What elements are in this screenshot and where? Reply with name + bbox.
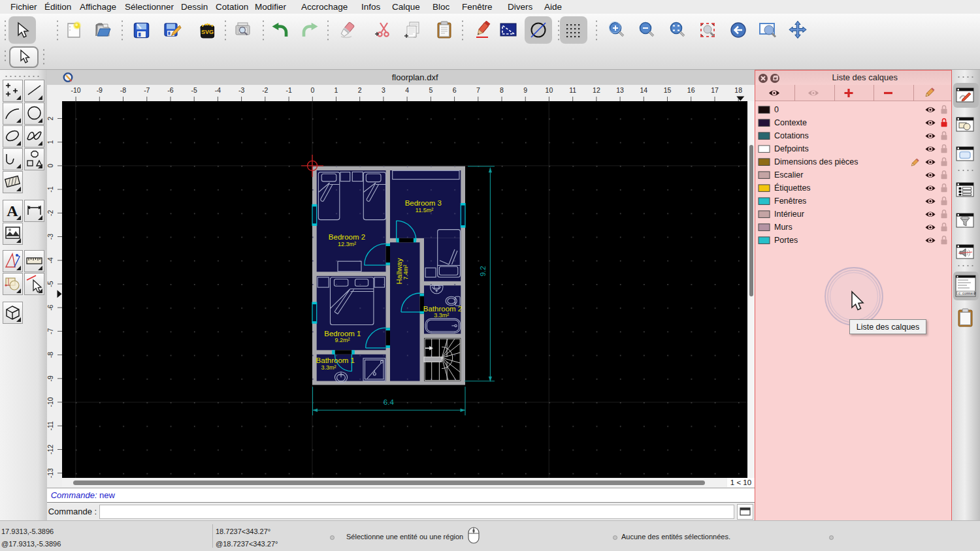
svg-text:Hallway: Hallway — [395, 258, 403, 285]
svg-text:-5: -5 — [47, 281, 54, 287]
svg-text:-3: -3 — [238, 86, 244, 94]
svg-text:Bedroom 2: Bedroom 2 — [329, 232, 365, 240]
svg-text:Escalier: Escalier — [774, 170, 803, 180]
svg-text:Defpoints: Defpoints — [774, 144, 809, 153]
svg-text:-4: -4 — [47, 257, 54, 263]
svg-text:-7: -7 — [144, 86, 150, 94]
svg-text:Fenêtres: Fenêtres — [774, 197, 806, 206]
svg-text:9: 9 — [523, 86, 527, 94]
svg-text:0: 0 — [774, 105, 779, 114]
svg-text:-1: -1 — [286, 86, 291, 94]
svg-text:1: 1 — [334, 86, 338, 94]
svg-text:Étiquettes: Étiquettes — [774, 183, 811, 193]
svg-text:15: 15 — [663, 86, 671, 94]
svg-text:12.3m²: 12.3m² — [338, 240, 356, 247]
svg-text:Murs: Murs — [774, 223, 792, 232]
svg-text:5: 5 — [429, 86, 433, 94]
svg-text:Portes: Portes — [774, 236, 798, 245]
svg-text:18: 18 — [734, 86, 742, 94]
svg-text:11.5m²: 11.5m² — [416, 207, 433, 213]
svg-text:7: 7 — [476, 86, 480, 94]
svg-text:-10: -10 — [71, 86, 80, 94]
svg-text:Bedroom 1: Bedroom 1 — [324, 329, 361, 337]
svg-text:-6: -6 — [167, 86, 173, 94]
svg-text:17: 17 — [711, 86, 719, 94]
svg-text:A: A — [7, 202, 18, 219]
svg-text:-1: -1 — [47, 186, 54, 192]
svg-text:Bedroom 3: Bedroom 3 — [405, 199, 442, 207]
svg-text:14: 14 — [640, 86, 647, 94]
svg-text:12: 12 — [593, 86, 600, 94]
svg-text:Cotations: Cotations — [774, 131, 809, 140]
svg-text:4: 4 — [405, 86, 409, 94]
svg-text:2: 2 — [47, 116, 54, 120]
svg-text:9.2: 9.2 — [479, 266, 487, 276]
svg-text:8: 8 — [500, 86, 504, 94]
svg-text:-7: -7 — [47, 328, 54, 334]
svg-text:-4: -4 — [214, 86, 220, 94]
svg-text:-9: -9 — [47, 375, 54, 381]
svg-text:16: 16 — [687, 86, 695, 94]
svg-text:c command: c command — [958, 292, 976, 296]
svg-text:13: 13 — [616, 86, 624, 94]
svg-text:Intérieur: Intérieur — [774, 210, 804, 219]
svg-text:-11: -11 — [47, 421, 54, 431]
svg-text:SVG: SVG — [201, 29, 213, 35]
svg-text:-2: -2 — [262, 86, 268, 94]
svg-text:-8: -8 — [120, 86, 126, 94]
svg-text:6.4: 6.4 — [384, 398, 395, 406]
svg-text:-6: -6 — [47, 304, 54, 310]
svg-text:-2: -2 — [47, 210, 54, 215]
svg-text:3.3m²: 3.3m² — [321, 364, 336, 371]
svg-text:-5: -5 — [191, 86, 197, 94]
svg-text:-12: -12 — [47, 444, 54, 454]
svg-text:2: 2 — [357, 86, 361, 94]
svg-text:-10: -10 — [47, 397, 54, 407]
svg-text:7.4m²: 7.4m² — [402, 264, 409, 279]
svg-text:1: 1 — [47, 140, 54, 144]
svg-text:Dimensions des pièces: Dimensions des pièces — [774, 157, 858, 166]
svg-text:-13: -13 — [47, 468, 54, 478]
svg-text:-8: -8 — [47, 351, 54, 357]
svg-text:0: 0 — [47, 164, 54, 168]
svg-text:9.2m²: 9.2m² — [335, 337, 350, 343]
svg-text:6: 6 — [452, 86, 456, 94]
svg-text:3: 3 — [382, 86, 385, 94]
svg-text:-9: -9 — [96, 86, 102, 94]
svg-text:Bathroom 1: Bathroom 1 — [316, 356, 355, 364]
svg-text:10: 10 — [545, 86, 553, 94]
svg-text:11: 11 — [569, 86, 576, 94]
svg-text:-3: -3 — [47, 233, 54, 239]
svg-text:Contexte: Contexte — [774, 118, 807, 127]
svg-text:3.3m²: 3.3m² — [434, 311, 449, 318]
svg-text:0: 0 — [310, 86, 314, 94]
